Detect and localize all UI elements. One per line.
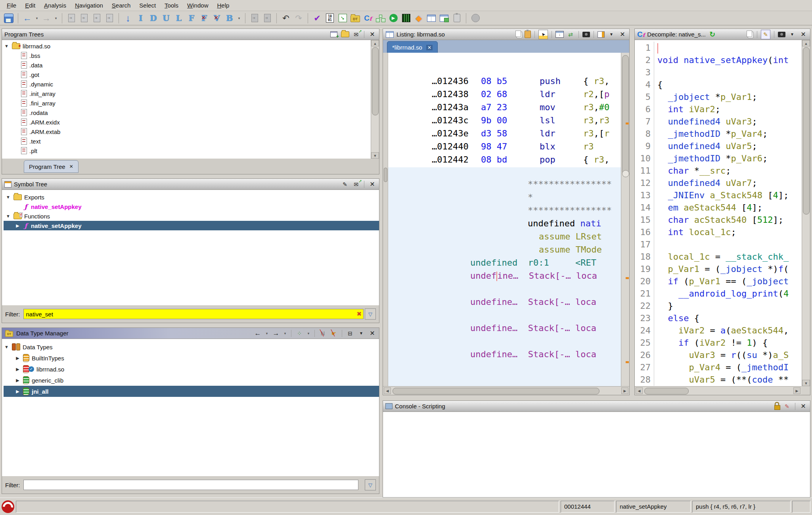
listing-block-line-0[interactable]: **************** <box>388 178 621 191</box>
decompile-line-19[interactable]: 19 p_Var1 = (_jobject *)f( <box>635 263 801 275</box>
program-tree-scrollbar[interactable]: ▲ ▼ <box>371 40 379 159</box>
clipboard-icon[interactable] <box>451 13 462 24</box>
decompile-view[interactable]: 12void native_setAppkey(int34{5 _jobject… <box>635 40 801 386</box>
filter-options-button[interactable]: ▽ <box>365 479 376 490</box>
edit-icon[interactable]: ✎ <box>761 30 770 39</box>
chevron-down-icon[interactable]: ▼ <box>788 30 797 39</box>
back-arrow-icon[interactable]: ← <box>22 13 33 24</box>
dtm-item-generic_clib[interactable]: ▶generic_clib <box>4 375 379 386</box>
decompile-line-9[interactable]: 9 undefined4 uVar5; <box>635 140 801 152</box>
dtm-item-librrnad-so[interactable]: ▶✓librrnad.so <box>4 364 379 375</box>
decompile-line-28[interactable]: 28 uVar5 = (**(code ** <box>635 373 801 386</box>
decompile-line-25[interactable]: 25 if (iVar2 != 1) { <box>635 337 801 349</box>
decompile-line-21[interactable]: 21 __android_log_print(4 <box>635 287 801 300</box>
tree-item-rodata[interactable]: .rodata <box>4 108 379 117</box>
bookmark-icon[interactable]: B <box>224 13 235 24</box>
tree-item-got[interactable]: .got <box>4 70 379 79</box>
menu-window[interactable]: Window <box>183 1 213 10</box>
window-icon[interactable]: ⊟ <box>346 329 354 338</box>
tree-item-dynamic[interactable]: .dynamic <box>4 79 379 89</box>
decompile-line-7[interactable]: 7 undefined4 uVar3; <box>635 115 801 128</box>
asm-row-012438[interactable]: …01243802 68ldrr2,[p <box>415 88 621 101</box>
edit-fields-icon[interactable]: ↓ <box>555 31 564 38</box>
tree-item-plt[interactable]: .plt <box>4 146 379 155</box>
listing-block-line-7[interactable]: undefine… Stack[-… loca <box>388 269 621 282</box>
asm-row-01243e[interactable]: …01243ed3 58ldrr3,[r <box>415 127 621 140</box>
open-tree-icon[interactable] <box>341 30 349 39</box>
snapshot-icon[interactable] <box>778 32 785 37</box>
menu-tools[interactable]: Tools <box>160 1 183 10</box>
listing-vscrollbar[interactable] <box>621 53 629 386</box>
tree-item-data[interactable]: .data <box>4 60 379 70</box>
decompile-line-23[interactable]: 23 else { <box>635 312 801 324</box>
menu-help[interactable]: Help <box>213 1 234 10</box>
label-icon[interactable]: L <box>173 13 184 24</box>
memory-map-icon[interactable] <box>400 13 412 24</box>
decompile-line-6[interactable]: 6 int iVar2; <box>635 103 801 115</box>
asm-row-012436[interactable]: …01243608 b5push{ r3, <box>415 75 621 88</box>
decompile-vscrollbar[interactable]: ▲ ▼ <box>802 40 810 386</box>
asm-row-01243c[interactable]: …01243c9b 00lslr3,r3 <box>415 114 621 127</box>
tree-item-librrnad[interactable]: ▼librrnad.so <box>4 41 379 51</box>
asm-row-012440[interactable]: …01244098 47blxr3 <box>415 140 621 153</box>
decompile-line-11[interactable]: 11 char *__src; <box>635 165 801 177</box>
menu-edit[interactable]: Edit <box>21 1 40 10</box>
tab-close-icon[interactable]: ✕ <box>69 164 73 169</box>
chevron-down-icon[interactable]: ▼ <box>607 30 616 39</box>
decompile-line-5[interactable]: 5 _jobject *p_Var1; <box>635 91 801 103</box>
listing-block-line-12[interactable] <box>388 335 621 348</box>
tree-item-init_array[interactable]: .init_array <box>4 89 379 98</box>
paste-variant-icon[interactable] <box>91 13 102 24</box>
listing-block-line-4[interactable]: assume LRset <box>388 230 621 243</box>
undefine-icon[interactable]: U <box>161 13 172 24</box>
listing-block-line-10[interactable] <box>388 308 621 322</box>
instruction-icon[interactable]: I <box>135 13 146 24</box>
scroll-lock-icon[interactable] <box>774 405 780 410</box>
close-icon[interactable]: ✕ <box>368 30 377 39</box>
close-icon[interactable]: ✕ <box>799 30 808 39</box>
function-icon[interactable]: F <box>186 13 197 24</box>
binary-icon[interactable]: 1001 <box>324 13 335 24</box>
decompile-line-26[interactable]: 26 uVar3 = r((su *)a_S <box>635 349 801 361</box>
tree-item-text[interactable]: .text <box>4 136 379 146</box>
listing-block-line-5[interactable]: assume TMode <box>388 243 621 256</box>
listing-block-line-6[interactable]: undefined r0:1 <RET <box>388 256 621 269</box>
decompile-line-13[interactable]: 13 _JNIEnv a_Stack548 [4]; <box>635 189 801 201</box>
decompile-line-3[interactable]: 3 <box>635 66 801 78</box>
console-output[interactable] <box>383 412 810 497</box>
decompile-line-14[interactable]: 14 em aeStack544 [4]; <box>635 201 801 214</box>
decompile-line-20[interactable]: 20 if (p_Var1 == (_jobject <box>635 275 801 287</box>
listing-block-line-13[interactable]: undefine… Stack[-… loca <box>388 348 621 361</box>
tree-options-icon[interactable]: ⁘ <box>295 329 304 338</box>
menu-select[interactable]: Select <box>135 1 160 10</box>
snapshot-icon[interactable] <box>582 32 590 37</box>
dtm-item-jni_all[interactable]: ▶jni_all <box>4 386 379 397</box>
redo-icon[interactable]: ↷ <box>293 13 304 24</box>
diff-view-icon[interactable]: ⇄ <box>566 30 575 39</box>
decompile-line-8[interactable]: 8 _jmethodID *p_Var4; <box>635 128 801 140</box>
decompile-line-18[interactable]: 18 local_1c = __stack_chk_ <box>635 251 801 263</box>
listing-block-line-9[interactable]: undefine… Stack[-… loca <box>388 295 621 308</box>
close-icon[interactable]: ✕ <box>368 329 377 338</box>
asm-row-012442[interactable]: …01244208 bdpop{ r3, <box>415 153 621 166</box>
validate-icon[interactable]: ✔ <box>312 13 323 24</box>
listing-view[interactable]: …01243608 b5push{ r3,…01243802 68ldrr2,[… <box>383 53 629 386</box>
listing-block-line-2[interactable]: **************** <box>388 204 621 217</box>
previous-datatype-icon[interactable]: ← <box>253 329 262 338</box>
chevron-down-icon[interactable]: ▼ <box>357 329 366 338</box>
close-icon[interactable]: ✕ <box>799 402 808 411</box>
copy-icon[interactable] <box>515 31 521 37</box>
tree-item-ARMexidx[interactable]: .ARM.exidx <box>4 117 379 127</box>
clear-console-icon[interactable]: ✎ <box>783 402 791 411</box>
function-graph-icon[interactable] <box>375 13 386 24</box>
paste-icon[interactable] <box>525 31 531 38</box>
decompile-line-17[interactable]: 17 <box>635 238 801 251</box>
decompile-line-2[interactable]: 2void native_setAppkey(int <box>635 54 801 66</box>
symbol-tree-item-exports[interactable]: ▼Exports <box>4 192 379 202</box>
export-icon[interactable]: ✉ <box>352 180 360 189</box>
close-icon[interactable]: ✕ <box>368 180 377 189</box>
decompile-line-27[interactable]: 27 p_Var4 = (_jmethodI <box>635 361 801 373</box>
tree-item-bss[interactable]: .bss <box>4 51 379 60</box>
symbol-tree-item-native_setappkey[interactable]: ▶ƒnative_setAppkey <box>4 221 379 230</box>
dtm-item-data-types[interactable]: ▼Data Types <box>4 341 379 352</box>
